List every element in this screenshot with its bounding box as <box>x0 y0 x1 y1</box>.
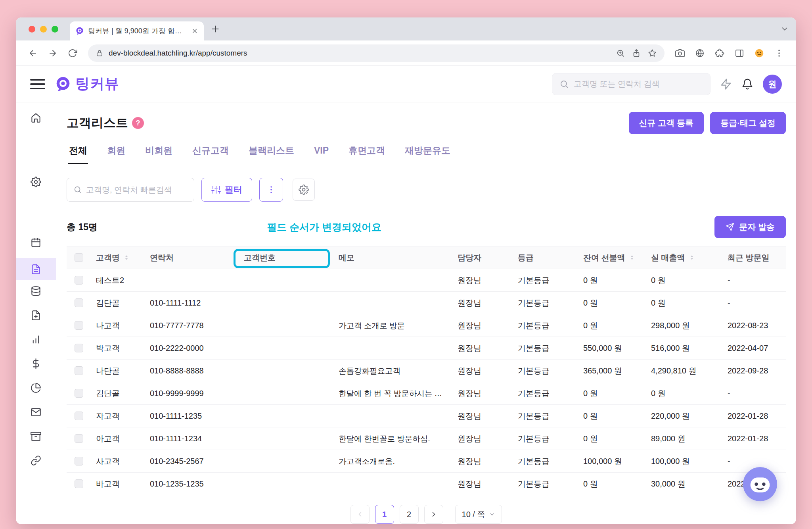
tab-휴면고객[interactable]: 휴면고객 <box>348 142 386 164</box>
sidebar-item-calendar[interactable] <box>16 234 56 251</box>
table-body: 테스트2원장님기본등급0 원0 원-김단골010-1111-1112원장님기본등… <box>67 269 786 495</box>
table-row[interactable]: 김단골010-1111-1112원장님기본등급0 원0 원- <box>67 292 786 314</box>
table-row[interactable]: 사고객010-2345-2567가고객소개로옴.원장님기본등급100,000 원… <box>67 450 786 473</box>
row-checkbox[interactable] <box>75 344 83 352</box>
column-header-name[interactable]: 고객명 <box>91 252 145 263</box>
chat-widget-button[interactable] <box>742 466 778 502</box>
table-settings-button[interactable] <box>293 179 315 201</box>
quick-search-input[interactable]: 고객명, 연락처 빠른검색 <box>67 178 194 202</box>
row-checkbox[interactable] <box>75 457 83 466</box>
address-bar[interactable]: dev-blockdeal.hatchling.kr/app/customers <box>88 44 665 62</box>
app-logo[interactable]: 팅커뷰 <box>55 74 119 94</box>
cell-grade: 기본등급 <box>513 365 578 376</box>
cell-name: 아고객 <box>91 433 145 444</box>
sidebar-item-reports[interactable] <box>16 379 56 396</box>
next-page-button[interactable] <box>424 505 443 524</box>
reload-button[interactable] <box>63 44 82 62</box>
column-header-last_visit: 최근 방문일 <box>723 252 786 263</box>
sidebar-item-home[interactable] <box>16 109 56 126</box>
tab-VIP[interactable]: VIP <box>313 142 329 164</box>
column-header-prepaid[interactable]: 잔여 선불액 <box>578 252 646 263</box>
row-checkbox[interactable] <box>75 366 83 375</box>
global-search-placeholder: 고객명 또는 연락처 검색 <box>574 79 660 89</box>
tab-close-icon[interactable] <box>191 27 198 35</box>
sidebar-item-messages[interactable] <box>16 403 56 421</box>
side-panel-button[interactable] <box>730 44 749 62</box>
notifications-bell-icon[interactable] <box>741 78 753 90</box>
row-checkbox[interactable] <box>75 276 83 285</box>
table-row[interactable]: 테스트2원장님기본등급0 원0 원- <box>67 269 786 292</box>
select-all-checkbox[interactable] <box>75 253 83 262</box>
prev-page-button[interactable] <box>350 505 370 524</box>
sidebar-item-products[interactable] <box>16 427 56 445</box>
puzzle-icon <box>715 48 724 58</box>
tab-list-chevron-icon[interactable] <box>780 25 789 33</box>
page-2-button[interactable]: 2 <box>400 505 419 524</box>
row-checkbox[interactable] <box>75 412 83 420</box>
help-badge[interactable]: ? <box>132 117 144 129</box>
cell-prepaid: 0 원 <box>578 411 646 421</box>
sidebar-item-statistics[interactable] <box>16 331 56 348</box>
menu-toggle-button[interactable] <box>30 79 45 89</box>
send-sms-button[interactable]: 문자 발송 <box>714 216 786 238</box>
table-row[interactable]: 나고객010-7777-7778가고객 소개로 방문원장님기본등급0 원298,… <box>67 314 786 337</box>
sidebar-item-settings[interactable] <box>16 173 56 190</box>
global-search-input[interactable]: 고객명 또는 연락처 검색 <box>552 73 710 95</box>
screenshot-button[interactable] <box>671 44 689 62</box>
back-button[interactable] <box>24 44 42 62</box>
tab-재방문유도[interactable]: 재방문유도 <box>404 142 451 164</box>
home-icon <box>31 112 41 123</box>
user-avatar[interactable]: 원 <box>763 75 782 94</box>
sidebar-item-add-document[interactable] <box>16 306 56 324</box>
page-1-button[interactable]: 1 <box>375 505 394 524</box>
grade-tag-settings-button[interactable]: 등급·태그 설정 <box>710 112 786 134</box>
minimize-window-button[interactable] <box>40 26 47 33</box>
new-customer-button[interactable]: 신규 고객 등록 <box>629 112 704 134</box>
tab-회원[interactable]: 회원 <box>106 142 126 164</box>
lightning-icon[interactable] <box>720 78 732 90</box>
sidebar-item-links[interactable] <box>16 452 56 469</box>
bookmark-star-icon[interactable] <box>648 49 657 58</box>
sidebar-item-customer-list[interactable] <box>16 258 56 280</box>
sidebar-item-database[interactable] <box>16 282 56 300</box>
close-window-button[interactable] <box>29 26 35 33</box>
column-header-sales[interactable]: 실 매출액 <box>646 252 723 263</box>
forward-button[interactable] <box>44 44 62 62</box>
browser-tab-strip: 팅커뷰 | 월 9,900원 가장 합리적인 <box>16 17 796 40</box>
share-icon[interactable] <box>632 49 641 58</box>
table-row[interactable]: 김단골010-9999-9999한달에 한 번 꼭 방문하시는 고객원장님기본등… <box>67 382 786 405</box>
fullscreen-window-button[interactable] <box>52 26 58 33</box>
customer-table: 고객명연락처고객번호메모담당자등급잔여 선불액실 매출액최근 방문일 테스트2원… <box>67 246 786 495</box>
tab-비회원[interactable]: 비회원 <box>144 142 173 164</box>
row-checkbox[interactable] <box>75 321 83 330</box>
sort-icon[interactable] <box>628 254 636 261</box>
table-row[interactable]: 자고객010-1111-1235원장님기본등급0 원220,000 원2022-… <box>67 405 786 427</box>
cell-sales: 30,000 원 <box>646 479 723 489</box>
cell-manager: 원장님 <box>453 456 513 467</box>
table-row[interactable]: 바고객010-1235-1235원장님기본등급0 원30,000 원2022-0… <box>67 473 786 495</box>
tab-블랙리스트[interactable]: 블랙리스트 <box>248 142 295 164</box>
browser-tab[interactable]: 팅커뷰 | 월 9,900원 가장 합리적인 <box>70 21 204 40</box>
browser-profile-button[interactable] <box>750 44 768 62</box>
new-tab-button[interactable] <box>210 24 220 34</box>
table-row[interactable]: 박고객010-2222-0000원장님기본등급550,000 원516,000 … <box>67 337 786 360</box>
row-checkbox[interactable] <box>75 434 83 443</box>
sort-icon[interactable] <box>123 254 130 261</box>
page-size-select[interactable]: 10 / 쪽 <box>455 505 502 524</box>
sort-icon[interactable] <box>688 254 695 261</box>
tab-신규고객[interactable]: 신규고객 <box>192 142 230 164</box>
row-checkbox[interactable] <box>75 479 83 488</box>
row-checkbox[interactable] <box>75 298 83 307</box>
translate-button[interactable] <box>691 44 709 62</box>
zoom-icon[interactable] <box>616 49 625 58</box>
filter-button[interactable]: 필터 <box>201 178 252 202</box>
sidebar-item-sales[interactable] <box>16 355 56 372</box>
table-row[interactable]: 나단골010-8888-8888손톱강화필요고객원장님기본등급365,000 원… <box>67 360 786 382</box>
browser-menu-button[interactable] <box>770 44 788 62</box>
tab-전체[interactable]: 전체 <box>68 142 88 164</box>
cell-phone: 010-9999-9999 <box>145 389 239 398</box>
row-checkbox[interactable] <box>75 389 83 398</box>
more-options-button[interactable] <box>259 178 283 202</box>
table-row[interactable]: 아고객010-1111-1234한달에 한번꼴로 방문하심.원장님기본등급0 원… <box>67 427 786 450</box>
extensions-button[interactable] <box>710 44 729 62</box>
